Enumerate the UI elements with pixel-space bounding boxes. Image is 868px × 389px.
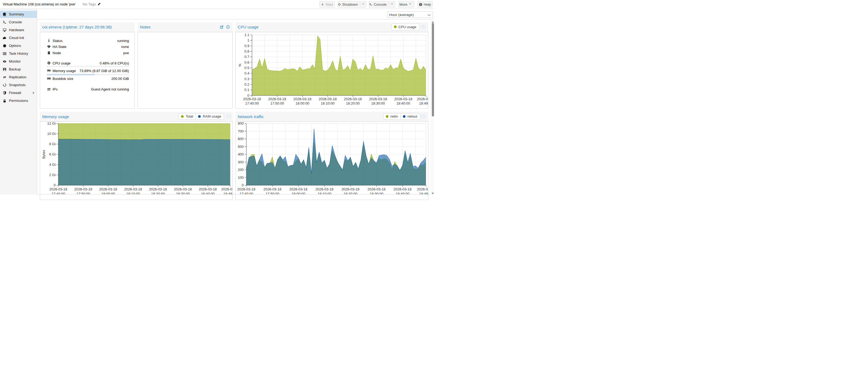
svg-text:18:20:00: 18:20:00 — [151, 192, 165, 194]
svg-text:18:20:00: 18:20:00 — [346, 101, 360, 105]
svg-text:0.4: 0.4 — [244, 71, 249, 75]
svg-text:2026-03-18: 2026-03-18 — [243, 97, 261, 101]
svg-text:2026-03-18: 2026-03-18 — [341, 187, 359, 191]
svg-text:1.1: 1.1 — [244, 33, 249, 37]
svg-text:18:40:00: 18:40:00 — [201, 192, 215, 194]
svg-text:2026-03-18: 2026-03-18 — [368, 187, 385, 191]
svg-text:18:10:00: 18:10:00 — [321, 101, 335, 105]
svg-text:2026-03-18: 2026-03-18 — [124, 187, 142, 191]
svg-text:2026-03-18: 2026-03-18 — [263, 187, 281, 191]
svg-text:18:00:00: 18:00:00 — [291, 192, 305, 194]
svg-text:400: 400 — [238, 152, 244, 156]
svg-text:17:40:00: 17:40:00 — [52, 192, 65, 194]
svg-text:18:10:00: 18:10:00 — [317, 192, 331, 194]
svg-text:2026-03-18: 2026-03-18 — [199, 187, 217, 191]
svg-text:18:30:00: 18:30:00 — [176, 192, 190, 194]
svg-text:0.9: 0.9 — [244, 43, 249, 48]
svg-text:0.1: 0.1 — [244, 88, 249, 92]
svg-text:300: 300 — [238, 160, 244, 164]
svg-text:2026-03-18: 2026-03-18 — [293, 97, 311, 101]
svg-text:10 Gi: 10 Gi — [47, 132, 56, 136]
svg-text:2026-03-18: 2026-03-18 — [49, 187, 67, 191]
svg-text:18:49:00: 18:49:00 — [419, 192, 428, 194]
svg-text:4 Gi: 4 Gi — [49, 163, 56, 167]
svg-text:2026-03-18: 2026-03-18 — [369, 97, 387, 101]
svg-text:2026-03-18: 2026-03-18 — [344, 97, 362, 101]
svg-text:17:50:00: 17:50:00 — [266, 192, 279, 194]
svg-text:17:50:00: 17:50:00 — [270, 101, 284, 105]
svg-text:2026-03-18: 2026-03-18 — [268, 97, 286, 101]
svg-text:0: 0 — [54, 183, 56, 187]
svg-text:18:30:00: 18:30:00 — [370, 192, 383, 194]
svg-text:17:40:00: 17:40:00 — [240, 192, 253, 194]
svg-text:18:00:00: 18:00:00 — [101, 192, 115, 194]
svg-text:2026-03-18: 2026-03-18 — [237, 187, 255, 191]
svg-text:18:00:00: 18:00:00 — [296, 101, 309, 105]
svg-text:0.7: 0.7 — [244, 55, 249, 59]
svg-text:12 Gi: 12 Gi — [47, 122, 56, 125]
svg-text:Bytes: Bytes — [42, 150, 46, 159]
svg-text:800: 800 — [238, 122, 244, 125]
svg-text:18:40:00: 18:40:00 — [396, 192, 410, 194]
svg-text:0.2: 0.2 — [244, 83, 249, 87]
svg-text:2026-03-18: 2026-03-18 — [417, 187, 428, 191]
svg-text:2026-03-18: 2026-03-18 — [417, 97, 428, 101]
svg-text:17:50:00: 17:50:00 — [76, 192, 90, 194]
svg-text:500: 500 — [238, 145, 244, 149]
svg-text:200: 200 — [238, 168, 244, 172]
svg-text:0.8: 0.8 — [244, 49, 249, 53]
svg-text:600: 600 — [238, 137, 244, 141]
svg-text:2026-03-18: 2026-03-18 — [99, 187, 117, 191]
svg-text:2026-03-18: 2026-03-18 — [74, 187, 92, 191]
svg-text:0.6: 0.6 — [244, 60, 249, 64]
svg-text:0.3: 0.3 — [244, 77, 249, 81]
svg-text:2 Gi: 2 Gi — [49, 173, 56, 177]
svg-text:2026-03-18: 2026-03-18 — [149, 187, 167, 191]
svg-text:8 Gi: 8 Gi — [49, 142, 56, 146]
svg-text:100: 100 — [238, 175, 244, 180]
svg-text:2026-03-18: 2026-03-18 — [221, 187, 232, 191]
svg-text:2026-03-18: 2026-03-18 — [318, 97, 337, 101]
svg-text:17:40:00: 17:40:00 — [245, 101, 259, 105]
svg-text:2026-03-18: 2026-03-18 — [174, 187, 192, 191]
svg-text:18:49:00: 18:49:00 — [419, 101, 428, 105]
svg-text:18:10:00: 18:10:00 — [126, 192, 140, 194]
svg-text:2026-03-18: 2026-03-18 — [315, 187, 333, 191]
svg-text:6 Gi: 6 Gi — [49, 152, 56, 156]
svg-text:0.5: 0.5 — [244, 66, 249, 70]
svg-text:18:30:00: 18:30:00 — [371, 101, 385, 105]
svg-text:2026-03-18: 2026-03-18 — [394, 97, 412, 101]
svg-text:18:49:00: 18:49:00 — [223, 192, 232, 194]
svg-text:0: 0 — [242, 183, 244, 187]
svg-text:2026-03-18: 2026-03-18 — [289, 187, 307, 191]
svg-text:700: 700 — [238, 129, 244, 133]
svg-text:2026-03-18: 2026-03-18 — [394, 187, 411, 191]
svg-text:1: 1 — [247, 38, 249, 42]
svg-text:18:40:00: 18:40:00 — [396, 101, 410, 105]
svg-text:%: % — [238, 63, 242, 67]
svg-text:18:20:00: 18:20:00 — [343, 192, 357, 194]
